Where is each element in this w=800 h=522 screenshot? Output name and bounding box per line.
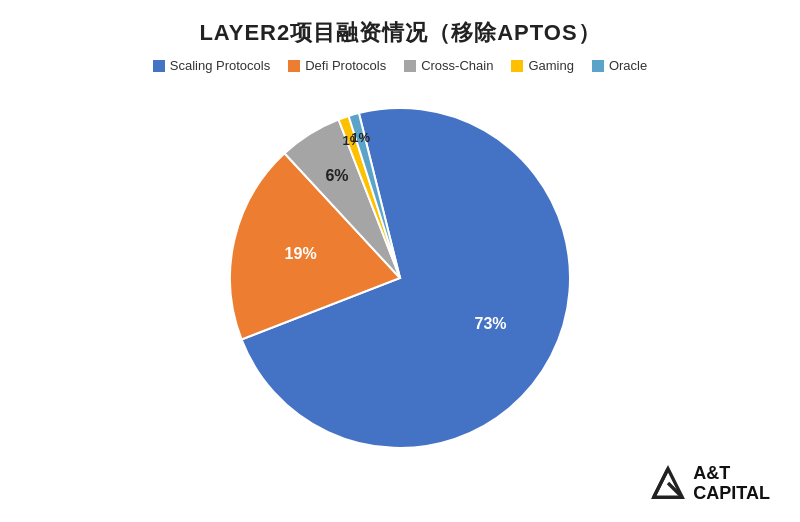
- pie-chart-svg: 73%19%6%1%1%: [120, 83, 680, 463]
- pie-label-scaling-protocols: 73%: [475, 315, 507, 332]
- legend-label: Oracle: [609, 58, 647, 73]
- legend: Scaling ProtocolsDefi ProtocolsCross-Cha…: [153, 58, 647, 73]
- watermark-text: A&T CAPITAL: [693, 463, 770, 504]
- legend-color-swatch: [404, 60, 416, 72]
- pie-label-defi-protocols: 19%: [285, 245, 317, 262]
- pie-label-cross-chain: 6%: [325, 167, 348, 184]
- legend-color-swatch: [511, 60, 523, 72]
- legend-label: Defi Protocols: [305, 58, 386, 73]
- legend-item: Oracle: [592, 58, 647, 73]
- legend-label: Cross-Chain: [421, 58, 493, 73]
- pie-label-oracle: 1%: [351, 130, 370, 145]
- legend-item: Scaling Protocols: [153, 58, 270, 73]
- chart-container: LAYER2项目融资情况（移除APTOS） Scaling ProtocolsD…: [0, 0, 800, 522]
- legend-item: Defi Protocols: [288, 58, 386, 73]
- legend-color-swatch: [153, 60, 165, 72]
- chart-title: LAYER2项目融资情况（移除APTOS）: [199, 18, 600, 48]
- legend-color-swatch: [592, 60, 604, 72]
- watermark-logo-icon: [649, 464, 687, 502]
- legend-label: Scaling Protocols: [170, 58, 270, 73]
- watermark: A&T CAPITAL: [649, 463, 770, 504]
- legend-label: Gaming: [528, 58, 574, 73]
- pie-chart-area: 73%19%6%1%1%: [120, 83, 680, 467]
- svg-line-1: [654, 469, 668, 498]
- legend-item: Cross-Chain: [404, 58, 493, 73]
- legend-item: Gaming: [511, 58, 574, 73]
- legend-color-swatch: [288, 60, 300, 72]
